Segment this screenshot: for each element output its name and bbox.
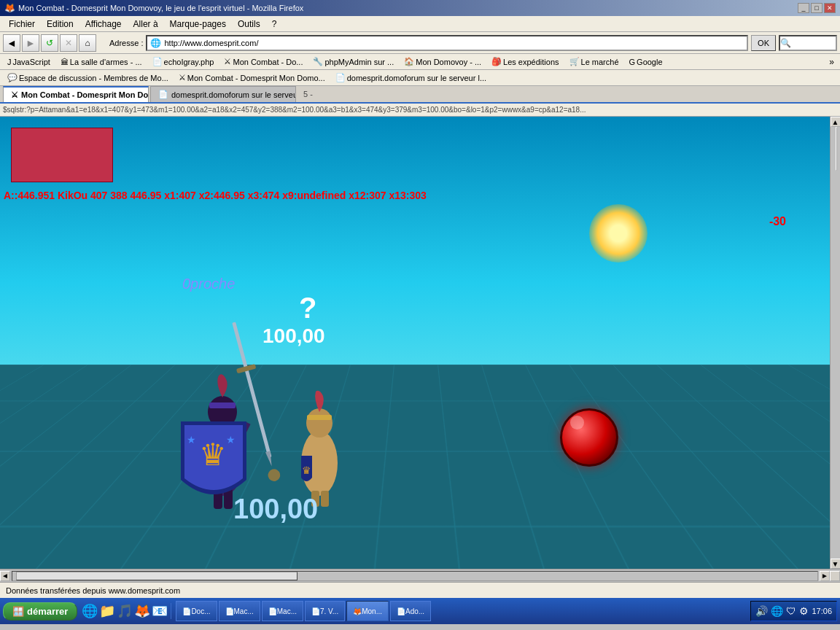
horizontal-scrollbar-track[interactable] xyxy=(12,571,818,581)
taskbar-item-0[interactable]: 📄 Doc... xyxy=(176,601,217,621)
taskbar-item-1-icon: 📄 xyxy=(225,607,234,615)
bm-marche[interactable]: 🛒 Le marché xyxy=(565,56,623,67)
tray-icon-4[interactable]: ⚙ xyxy=(799,605,809,617)
bm-disc-icon: 💬 xyxy=(7,73,18,82)
menu-outils[interactable]: Outils xyxy=(232,18,266,31)
browser-icon: 🦊 xyxy=(4,3,15,13)
tab-0[interactable]: ⚔ Mon Combat - Domesprit Mon Domo... ✕ xyxy=(3,86,149,102)
bm-google-label: Google xyxy=(637,58,662,66)
scroll-corner xyxy=(830,571,840,581)
bm-echo[interactable]: 📄 echoIgray.php xyxy=(148,56,219,67)
bm-echo-label: echoIgray.php xyxy=(164,58,214,66)
tab-1[interactable]: 📄 domesprit.domoforum sur le serveur l..… xyxy=(150,86,296,102)
address-input[interactable]: 🌐 http://www.domesprit.com/ xyxy=(146,35,748,51)
toolbar: ◄ ► ↺ ✕ ⌂ Adresse : 🌐 http://www.domespr… xyxy=(0,32,840,54)
taskbar-item-2-icon: 📄 xyxy=(268,607,277,615)
address-bar: Adresse : 🌐 http://www.domesprit.com/ OK… xyxy=(109,35,837,51)
ie-icon[interactable]: 🌐 xyxy=(82,603,98,619)
taskbar-item-1[interactable]: 📄 Mac... xyxy=(219,601,260,621)
svg-text:★: ★ xyxy=(187,434,196,446)
scroll-down-button[interactable]: ▼ xyxy=(831,559,841,569)
bm-salle[interactable]: 🏛 La salle d'armes - ... xyxy=(56,57,147,67)
taskbar: 🪟 démarrer 🌐 📁 🎵 🦊 📧 📄 Doc... 📄 Mac... 📄… xyxy=(0,598,840,624)
scroll-thumb[interactable] xyxy=(836,127,837,171)
taskbar-item-5[interactable]: 📄 Ado... xyxy=(390,601,431,621)
menu-help[interactable]: ? xyxy=(266,18,283,31)
scrollbar-right[interactable]: ▲ ▼ xyxy=(830,117,840,569)
svg-text:★: ★ xyxy=(226,434,236,446)
bm-discussion[interactable]: 💬 Espace de discussion - Membres de Mo..… xyxy=(3,72,173,83)
menu-edition[interactable]: Edition xyxy=(41,18,79,31)
forward-button[interactable]: ► xyxy=(22,34,39,52)
tray-icon-2[interactable]: 🌐 xyxy=(771,605,783,617)
bm-combat2-icon: ⚔ xyxy=(179,73,186,82)
bm-combat2[interactable]: ⚔ Mon Combat - Domesprit Mon Domo... xyxy=(174,72,330,83)
taskbar-item-2[interactable]: 📄 Mac... xyxy=(262,601,303,621)
bookmarks-bar-2: 💬 Espace de discussion - Membres de Mo..… xyxy=(0,70,840,86)
bm-dom-label: Mon Domovoy - ... xyxy=(416,58,481,66)
scroll-right-button[interactable]: ► xyxy=(820,571,830,581)
bm-combat[interactable]: ⚔ Mon Combat - Do... xyxy=(219,56,307,67)
taskbar-item-3-label: 7. V... xyxy=(320,607,338,615)
bm-salle-icon: 🏛 xyxy=(61,58,69,66)
menu-marque-pages[interactable]: Marque-pages xyxy=(164,18,232,31)
taskbar-item-3[interactable]: 📄 7. V... xyxy=(305,601,345,621)
start-button[interactable]: 🪟 démarrer xyxy=(3,602,77,621)
svg-point-14 xyxy=(306,408,332,438)
canvas-area: A::446.951 KikOu 407 388 446.95 x1:407 x… xyxy=(0,117,840,569)
question-mark: ? xyxy=(299,292,316,324)
bm-exp-label: Les expéditions xyxy=(503,58,559,66)
svg-text:♛: ♛ xyxy=(199,438,227,472)
extra-icon1[interactable]: 📧 xyxy=(152,603,168,619)
tab-0-icon: ⚔ xyxy=(11,90,18,100)
bm-js-label: JavaScript xyxy=(13,58,50,66)
firefox-icon[interactable]: 🦊 xyxy=(134,603,150,619)
top-score: 100,00 xyxy=(262,324,325,348)
bm-domovoy[interactable]: 🏠 Mon Domovoy - ... xyxy=(400,56,486,67)
game-viewport: A::446.951 KikOu 407 388 446.95 x1:407 x… xyxy=(0,117,830,569)
taskbar-item-0-label: Doc... xyxy=(191,607,210,615)
bm-php-icon: 🔧 xyxy=(313,57,323,66)
svg-point-12 xyxy=(267,467,281,482)
minimize-button[interactable]: _ xyxy=(798,3,809,13)
taskbar-item-4-label: Mon... xyxy=(362,607,382,615)
svg-rect-15 xyxy=(307,415,332,420)
taskbar-item-3-icon: 📄 xyxy=(311,607,320,615)
bm-javascript[interactable]: J JavaScript xyxy=(3,57,55,67)
tray-icon-1[interactable]: 🔊 xyxy=(755,605,768,617)
go-button[interactable]: OK xyxy=(751,35,776,51)
bm-dom-icon: 🏠 xyxy=(404,57,414,66)
taskbar-item-1-label: Mac... xyxy=(234,607,254,615)
titlebar-controls: _ □ ✕ xyxy=(798,3,836,13)
horizontal-scrollbar-thumb[interactable] xyxy=(16,572,298,580)
media-icon[interactable]: 🎵 xyxy=(117,603,133,619)
titlebar-left: 🦊 Mon Combat - Domesprit Mon Domovoy, le… xyxy=(4,3,303,13)
tray-icon-3[interactable]: 🛡 xyxy=(786,605,796,617)
taskbar-item-5-label: Ado... xyxy=(405,607,424,615)
bm-domoforum[interactable]: 📄 domesprit.domoforum sur le serveur l..… xyxy=(331,72,491,83)
scroll-up-button[interactable]: ▲ xyxy=(831,117,841,127)
home-button[interactable]: ⌂ xyxy=(79,34,96,52)
menu-affichage[interactable]: Affichage xyxy=(79,18,128,31)
bookmarks-bar: J JavaScript 🏛 La salle d'armes - ... 📄 … xyxy=(0,54,840,70)
back-button[interactable]: ◄ xyxy=(3,34,20,52)
explorer-icon[interactable]: 📁 xyxy=(99,603,115,619)
bm-google[interactable]: G Google xyxy=(625,57,667,67)
taskbar-item-0-icon: 📄 xyxy=(182,607,191,615)
bm-expeditions[interactable]: 🎒 Les expéditions xyxy=(487,56,563,67)
status-bar: Données transférées depuis www.domesprit… xyxy=(0,582,840,598)
search-input[interactable]: 🔍 xyxy=(779,35,837,51)
windows-icon: 🪟 xyxy=(12,606,24,617)
reload-button[interactable]: ↺ xyxy=(41,34,58,52)
menu-aller[interactable]: Aller à xyxy=(128,18,164,31)
scroll-left-button[interactable]: ◄ xyxy=(0,571,10,581)
taskbar-item-4[interactable]: 🦊 Mon... xyxy=(346,601,389,621)
maximize-button[interactable]: □ xyxy=(811,3,822,13)
menu-fichier[interactable]: Fichier xyxy=(3,18,41,31)
close-button[interactable]: ✕ xyxy=(824,3,836,13)
bookmarks-more-button[interactable]: » xyxy=(826,57,837,67)
stop-button[interactable]: ✕ xyxy=(60,34,77,52)
url-params-text: $sqlstr:?p=Attaman&a1=e18&x1=407&y1=473&… xyxy=(3,106,586,114)
bm-phpmyadmin[interactable]: 🔧 phpMyAdmin sur ... xyxy=(308,56,398,67)
start-label: démarrer xyxy=(27,606,68,617)
